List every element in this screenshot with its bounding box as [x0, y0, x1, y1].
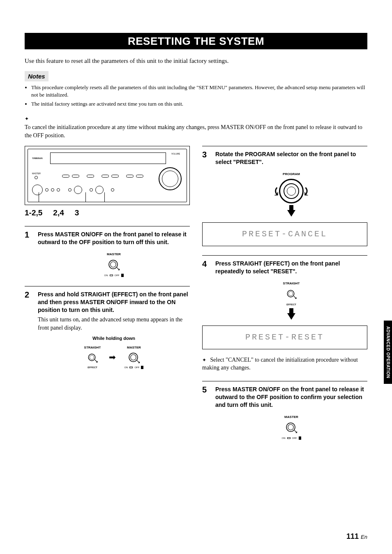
callout-line: [104, 192, 105, 202]
callout: 1-2,5: [25, 208, 42, 219]
svg-point-2: [88, 354, 95, 361]
step-title: Press and hold STRAIGHT (EFFECT) on the …: [38, 291, 190, 314]
straight-button-icon: [285, 288, 297, 300]
svg-point-0: [109, 260, 118, 269]
phones-jack-icon: [32, 185, 43, 195]
step-desc: This unit turns on, and the advanced set…: [38, 316, 190, 332]
tip-icon: [202, 356, 209, 361]
effect-label: EFFECT: [286, 303, 296, 306]
callout-line: [39, 192, 39, 202]
step-title: Press MASTER ON/OFF on the front panel t…: [215, 385, 367, 409]
step-title: Press MASTER ON/OFF on the front panel t…: [38, 231, 190, 246]
svg-point-5: [131, 354, 136, 360]
step-number: 5: [202, 385, 210, 394]
master-label: MASTER: [107, 252, 121, 256]
on-off-label: ONOFF: [282, 436, 301, 440]
device-brand: YAMAHA: [32, 157, 43, 160]
page-number: 111 En: [346, 531, 367, 542]
program-label: PROGRAM: [283, 172, 300, 176]
on-off-label: ONOFF: [104, 274, 124, 277]
step2-illustration: STRAIGHT EFFECT ➡ MASTER: [38, 345, 190, 369]
svg-point-4: [129, 353, 138, 362]
callout: 2,4: [53, 208, 64, 219]
content-columns: YAMAHA VOLUME MASTER: [25, 146, 367, 449]
step4-tip: Select "CANCEL" to cancel the initializa…: [202, 357, 358, 371]
master-label: MASTER: [284, 415, 298, 419]
step-number: 3: [202, 150, 210, 159]
step-title: Rotate the PROGRAM selector on the front…: [215, 150, 367, 166]
down-arrow-icon: [287, 313, 295, 320]
step3-illustration: PROGRAM ⤹ ⤸: [215, 172, 367, 217]
master-knob-icon: [285, 422, 297, 434]
page-title: RESETTING THE SYSTEM: [128, 34, 264, 48]
notes-list: This procedure completely resets all the…: [25, 84, 367, 108]
tip-icon: [25, 115, 31, 120]
step5-illustration: MASTER ONOFF: [215, 415, 367, 440]
right-arrow-icon: ➡: [109, 351, 116, 363]
step-number: 1: [25, 231, 33, 239]
straight-button-icon: [86, 352, 99, 364]
volume-label: VOLUME: [171, 152, 180, 155]
effect-label: EFFECT: [88, 366, 97, 369]
manual-page: RESETTING THE SYSTEM Use this feature to…: [0, 0, 392, 554]
lcd-display: PRESET-RESET: [202, 325, 367, 349]
svg-point-8: [286, 423, 295, 432]
note-item: The initial factory settings are activat…: [31, 100, 367, 108]
straight-label: STRAIGHT: [84, 345, 101, 350]
device-display: [50, 152, 166, 164]
step-number: 4: [202, 260, 210, 268]
device-illustration: YAMAHA VOLUME MASTER: [25, 146, 190, 205]
svg-point-1: [111, 262, 116, 268]
program-knob-icon: [74, 186, 82, 194]
title-bar: RESETTING THE SYSTEM: [25, 33, 367, 49]
callout-line: [85, 192, 86, 202]
master-label: MASTER: [127, 345, 141, 350]
step1-illustration: MASTER ONOFF: [38, 252, 190, 277]
step-2: 2 Press and hold STRAIGHT (EFFECT) on th…: [25, 286, 190, 369]
step-4: 4 Press STRAIGHT (EFFECT) on the front p…: [202, 255, 367, 372]
note-item: This procedure completely resets all the…: [31, 84, 367, 99]
volume-knob-icon: [159, 167, 182, 190]
step-number: 2: [25, 291, 33, 299]
master-knob-icon: [108, 259, 120, 271]
svg-point-3: [90, 355, 94, 360]
step-5: 5 Press MASTER ON/OFF on the front panel…: [202, 381, 367, 440]
program-dial-icon: ⤹ ⤸: [273, 179, 310, 203]
svg-point-9: [288, 424, 294, 430]
svg-point-6: [287, 291, 294, 298]
device-front-panel: YAMAHA VOLUME MASTER: [28, 149, 187, 202]
straight-label: STRAIGHT: [283, 281, 300, 286]
right-column: 3 Rotate the PROGRAM selector on the fro…: [202, 146, 367, 449]
callout: 3: [75, 208, 79, 219]
step4-illustration: STRAIGHT EFFECT: [215, 281, 367, 320]
precancel-tip: To cancel the initialization procedure a…: [25, 123, 367, 139]
step-3: 3 Rotate the PROGRAM selector on the fro…: [202, 146, 367, 246]
step-title: Press STRAIGHT (EFFECT) on the front pan…: [215, 260, 367, 275]
svg-point-7: [288, 292, 293, 296]
master-knob-icon: [128, 352, 140, 364]
down-arrow-icon: [287, 210, 295, 217]
lcd-display: PRESET-CANCEL: [202, 222, 367, 246]
left-column: YAMAHA VOLUME MASTER: [25, 146, 190, 449]
notes-label: Notes: [25, 71, 48, 81]
intro-text: Use this feature to reset all the parame…: [25, 57, 367, 65]
step-1: 1 Press MASTER ON/OFF on the front panel…: [25, 226, 190, 277]
on-off-label: ONOFF: [124, 366, 143, 369]
section-tab: ADVANCED OPERATION: [384, 321, 392, 384]
while-holding-label: While holding down: [38, 336, 190, 341]
device-callouts: 1-2,5 2,4 3: [25, 208, 190, 219]
